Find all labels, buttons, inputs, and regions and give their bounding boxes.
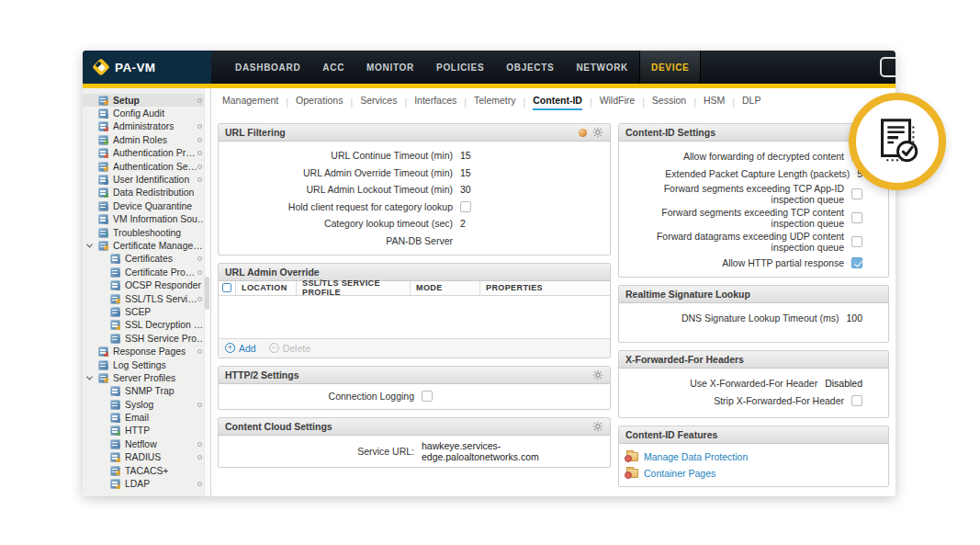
column-header[interactable]: LOCATION <box>236 281 297 295</box>
sidebar-item[interactable]: SSH Service Profile <box>83 332 210 345</box>
sidebar-item[interactable]: Authentication Profile <box>83 147 210 160</box>
checkbox[interactable] <box>460 201 471 212</box>
add-button[interactable]: Add <box>225 343 256 354</box>
panel-title: HTTP/2 Settings <box>225 369 299 380</box>
sidebar-item[interactable]: Certificate Management <box>83 239 210 252</box>
sidebar-item[interactable]: SSL Decryption Exclusion <box>83 319 210 332</box>
sidebar-item[interactable]: Troubleshooting <box>83 226 210 239</box>
nav-tab[interactable]: MONITOR <box>355 51 425 84</box>
column-header[interactable]: SSL/TLS SERVICE PROFILE <box>297 281 411 295</box>
sidebar-item-label: Config Audit <box>113 108 164 119</box>
settings-tab[interactable]: Operations <box>278 95 343 110</box>
nav-tab-label: ACC <box>322 62 344 73</box>
sidebar-item-icon <box>110 426 120 436</box>
nav-tab[interactable]: ACC <box>311 51 355 84</box>
sidebar-item[interactable]: Server Profiles <box>83 371 210 384</box>
sidebar-item[interactable]: Administrators <box>83 120 210 133</box>
sidebar-item[interactable]: Setup <box>83 94 210 107</box>
chevron-down-icon[interactable] <box>86 242 93 248</box>
delete-button[interactable]: Delete <box>269 343 310 354</box>
sidebar-item[interactable]: Data Redistribution <box>83 187 210 199</box>
sidebar-item[interactable]: HTTP <box>83 425 210 437</box>
sidebar-item[interactable]: Certificate Profile <box>83 266 210 278</box>
sidebar-item[interactable]: RADIUS <box>83 451 210 464</box>
sidebar-item[interactable]: SSL/TLS Service Profile <box>83 292 210 305</box>
sidebar-item[interactable]: VM Information Sources <box>83 213 210 226</box>
panel-header: Content Cloud Settings <box>219 418 610 436</box>
settings-tab[interactable]: Management <box>222 95 278 110</box>
settings-tab[interactable]: DLP <box>725 95 760 110</box>
sidebar-item[interactable]: TACACS+ <box>83 464 210 477</box>
feature-link[interactable]: Container Pages <box>619 465 888 482</box>
settings-tab[interactable]: HSM <box>686 95 725 110</box>
field-label: Allow forwarding of decrypted content <box>626 151 844 162</box>
nav-tab[interactable]: POLICIES <box>425 51 495 84</box>
panel-header: Realtime Signature Lookup <box>619 286 888 303</box>
nav-tab[interactable]: DEVICE <box>639 51 701 84</box>
sidebar-item[interactable]: Device Quarantine <box>83 199 210 212</box>
checkbox[interactable] <box>422 391 433 402</box>
sidebar-item-label: Device Quarantine <box>113 201 192 211</box>
field-label: URL Admin Lockout Timeout (min) <box>226 184 453 195</box>
sidebar-item-label: Server Profiles <box>113 373 175 383</box>
content-id-features-panel: Content-ID Features Manage Data Protecti… <box>618 426 889 487</box>
gear-icon[interactable] <box>592 369 603 380</box>
sidebar-item-label: OCSP Responder <box>125 280 201 290</box>
sidebar-item[interactable]: SCEP <box>83 305 210 318</box>
chevron-down-icon[interactable] <box>86 374 93 380</box>
field-value: hawkeye.services-edge.paloaltonetworks.c… <box>422 440 603 462</box>
checkbox[interactable] <box>851 236 862 247</box>
settings-tab[interactable]: Services <box>343 95 397 110</box>
sidebar-item[interactable]: OCSP Responder <box>83 278 210 291</box>
sidebar-item[interactable]: Syslog <box>83 398 210 411</box>
gear-icon[interactable] <box>592 421 603 432</box>
sidebar-item-icon <box>110 439 120 449</box>
item-status-dot <box>197 98 202 103</box>
panel-title: Content-ID Settings <box>625 127 715 138</box>
url-admin-override-panel: URL Admin Override LOCATION <box>218 263 611 358</box>
folder-icon <box>626 452 638 461</box>
settings-tab[interactable]: WildFire <box>582 95 635 110</box>
sidebar-item[interactable]: Config Audit <box>83 107 210 119</box>
sidebar-item[interactable]: LDAP <box>83 477 210 490</box>
sidebar-item[interactable]: Response Pages <box>83 345 210 358</box>
nav-edge-button-partial[interactable] <box>880 57 896 77</box>
scrollbar-thumb[interactable] <box>205 277 209 310</box>
field-label: URL Continue Timeout (min) <box>226 150 453 161</box>
nav-tab[interactable]: DASHBOARD <box>224 51 311 84</box>
settings-tab[interactable]: Telemetry <box>456 95 515 110</box>
nav-tab[interactable]: NETWORK <box>565 51 639 84</box>
sidebar-item-label: Authentication Profile <box>113 148 197 158</box>
gear-icon[interactable] <box>592 127 603 138</box>
nav-tab[interactable]: OBJECTS <box>495 51 565 84</box>
column-header[interactable]: MODE <box>411 281 480 295</box>
sidebar-item[interactable]: SNMP Trap <box>83 385 210 398</box>
sidebar-item[interactable]: Admin Roles <box>83 133 210 146</box>
checkbox[interactable] <box>851 395 862 406</box>
sidebar-scrollbar[interactable] <box>204 88 210 496</box>
settings-tab[interactable]: Session <box>635 95 686 110</box>
sidebar-item[interactable]: Email <box>83 411 210 424</box>
sidebar-item[interactable]: User Identification <box>83 173 210 186</box>
field-value: 30 <box>460 184 471 195</box>
feature-link[interactable]: Manage Data Protection <box>619 448 888 465</box>
sidebar-item-label: Certificate Profile <box>125 267 197 278</box>
panel-body: Allow forwarding of decrypted content Ex… <box>619 142 888 277</box>
checkbox[interactable] <box>851 188 862 199</box>
form-row: URL Continue Timeout (min) 15 <box>219 148 610 164</box>
form-row: Forward segments exceeding TCP App-ID in… <box>619 183 888 205</box>
panel-body: Connection Logging <box>219 384 610 409</box>
checkbox[interactable] <box>851 257 862 268</box>
form-row: Forward segments exceeding TCP content i… <box>619 207 888 229</box>
sidebar-item[interactable]: Authentication Sequence <box>83 160 210 173</box>
select-all-checkbox[interactable] <box>222 283 231 292</box>
settings-tab[interactable]: Interfaces <box>397 95 456 110</box>
document-check-icon <box>871 115 924 168</box>
settings-tab[interactable]: Content-ID <box>516 95 582 110</box>
column-header[interactable]: PROPERTIES <box>480 281 610 295</box>
sidebar-item[interactable]: Certificates <box>83 253 210 266</box>
checkbox[interactable] <box>851 212 862 223</box>
sidebar-item-label: TACACS+ <box>125 466 168 476</box>
sidebar-item[interactable]: Netflow <box>83 437 210 450</box>
sidebar-item[interactable]: Log Settings <box>83 358 210 371</box>
